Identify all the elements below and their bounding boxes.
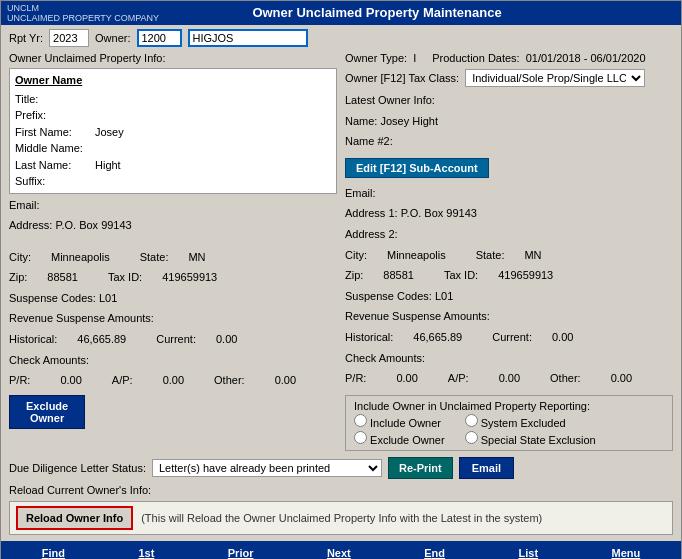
rpt-yr-input[interactable] — [49, 29, 89, 47]
owner-id-input[interactable] — [137, 29, 182, 47]
system-excluded-radio[interactable] — [465, 414, 478, 427]
reprint-button[interactable]: Re-Print — [388, 457, 453, 479]
left-other-label: Other: — [214, 372, 245, 390]
right-panel: Owner Type: I Production Dates: 01/01/20… — [345, 52, 673, 451]
system-excluded-radio-label[interactable]: System Excluded — [465, 414, 596, 429]
rpt-yr-label: Rpt Yr: — [9, 32, 43, 44]
left-taxid-value: 419659913 — [162, 269, 217, 287]
reload-owner-info-button[interactable]: Reload Owner Info — [16, 506, 133, 530]
due-diligence-row: Due Diligence Letter Status: Letter(s) h… — [9, 457, 673, 479]
first-button[interactable]: 1st — [122, 543, 170, 559]
owner-label: Owner: — [95, 32, 130, 44]
list-button[interactable]: List — [502, 543, 554, 559]
owner-name-input[interactable] — [188, 29, 308, 47]
special-state-radio-label[interactable]: Special State Exclusion — [465, 431, 596, 446]
left-pr-value: 0.00 — [60, 372, 81, 390]
left-hist-value: 46,665.89 — [77, 331, 126, 349]
tax-class-select[interactable]: Individual/Sole Prop/Single LLC — [465, 69, 645, 87]
exclude-owner-wrap: Exclude Owner — [9, 395, 337, 429]
left-ap-value: 0.00 — [163, 372, 184, 390]
right-name2-row: Name #2: — [345, 133, 673, 151]
left-pr-label: P/R: — [9, 372, 30, 390]
reporting-box: Include Owner in Unclaimed Property Repo… — [345, 395, 673, 451]
reporting-radios-row: Include Owner Exclude Owner System Exclu… — [354, 414, 664, 446]
right-pr-value: 0.00 — [396, 370, 417, 388]
right-address2-row: Address 2: — [345, 226, 673, 244]
left-check-row: P/R: 0.00 A/P: 0.00 Other: 0.00 — [9, 372, 337, 390]
middle-name-row: Middle Name: — [15, 140, 331, 157]
left-ap-label: A/P: — [112, 372, 133, 390]
header-row: Rpt Yr: Owner: — [9, 29, 673, 47]
left-email-row: Email: — [9, 197, 337, 215]
left-zip-value: 88581 — [47, 269, 78, 287]
right-other-value: 0.00 — [611, 370, 632, 388]
right-address1-value: P.O. Box 99143 — [401, 207, 477, 219]
include-owner-radio-label[interactable]: Include Owner — [354, 414, 445, 429]
next-button[interactable]: Next — [311, 543, 367, 559]
left-city-value: Minneapolis — [51, 249, 110, 267]
due-diligence-label: Due Diligence Letter Status: — [9, 462, 146, 474]
page-title: Owner Unclaimed Property Maintenance — [159, 3, 595, 22]
suffix-row: Suffix: — [15, 173, 331, 190]
left-city-label: City: — [9, 249, 31, 267]
right-state-value: MN — [524, 247, 541, 265]
reload-section-label: Reload Current Owner's Info: — [9, 484, 673, 496]
left-hist-current-row: Historical: 46,665.89 Current: 0.00 — [9, 331, 337, 349]
include-owner-radio[interactable] — [354, 414, 367, 427]
left-suspense-label: Suspense Codes: — [9, 292, 96, 304]
find-button[interactable]: Find — [26, 543, 81, 559]
right-email-label: Email: — [345, 187, 376, 199]
left-state-label: State: — [140, 249, 169, 267]
left-zip-label: Zip: — [9, 269, 27, 287]
prior-button[interactable]: Prior — [212, 543, 270, 559]
right-check-row: P/R: 0.00 A/P: 0.00 Other: 0.00 — [345, 370, 673, 388]
right-current-value: 0.00 — [552, 329, 573, 347]
first-name-value: Josey — [95, 124, 124, 141]
prefix-label: Prefix: — [15, 107, 95, 124]
right-suspense-row: Suspense Codes: L01 — [345, 288, 673, 306]
reload-description: (This will Reload the Owner Unclaimed Pr… — [141, 512, 542, 524]
left-state-value: MN — [188, 249, 205, 267]
left-address-label: Address: — [9, 219, 52, 231]
left-panel: Owner Unclaimed Property Info: Owner Nam… — [9, 52, 337, 451]
left-suspense-row: Suspense Codes: L01 — [9, 290, 337, 308]
exclude-owner-radio-label[interactable]: Exclude Owner — [354, 431, 445, 446]
left-other-value: 0.00 — [275, 372, 296, 390]
prod-dates-value: 01/01/2018 - 06/01/2020 — [526, 52, 646, 64]
end-button[interactable]: End — [408, 543, 461, 559]
right-taxid-label: Tax ID: — [444, 267, 478, 285]
main-panels: Owner Unclaimed Property Info: Owner Nam… — [9, 52, 673, 451]
right-zip-taxid-row: Zip: 88581 Tax ID: 419659913 — [345, 267, 673, 285]
last-name-row: Last Name: Hight — [15, 157, 331, 174]
due-diligence-select[interactable]: Letter(s) have already been printed — [152, 459, 382, 477]
bottom-toolbar: Find 1st Prior Next End List Menu — [1, 541, 681, 559]
owner-name-header: Owner Name — [15, 72, 331, 89]
special-state-radio[interactable] — [465, 431, 478, 444]
first-name-label: First Name: — [15, 124, 95, 141]
left-taxid-label: Tax ID: — [108, 269, 142, 287]
right-address1-row: Address 1: P.O. Box 99143 — [345, 205, 673, 223]
right-name-row: Name: Josey Hight — [345, 113, 673, 131]
right-other-label: Other: — [550, 370, 581, 388]
content-area: Rpt Yr: Owner: Owner Unclaimed Property … — [1, 25, 681, 539]
prod-dates-label: Production Dates: — [432, 52, 519, 64]
edit-subaccount-button[interactable]: Edit [F12] Sub-Account — [345, 158, 489, 178]
email-button[interactable]: Email — [459, 457, 514, 479]
right-pr-label: P/R: — [345, 370, 366, 388]
right-name2-label: Name #2: — [345, 135, 393, 147]
right-ap-label: A/P: — [448, 370, 469, 388]
right-hist-value: 46,665.89 — [413, 329, 462, 347]
right-name-label: Name: — [345, 115, 377, 127]
reload-section: Reload Owner Info (This will Reload the … — [9, 501, 673, 535]
exclude-owner-button[interactable]: Exclude Owner — [9, 395, 85, 429]
company-name: UNCLAIMED PROPERTY COMPANY — [7, 13, 159, 23]
left-suspense-value: L01 — [99, 292, 117, 304]
title-bar: UNCLM UNCLAIMED PROPERTY COMPANY Owner U… — [1, 1, 681, 25]
exclude-owner-radio[interactable] — [354, 431, 367, 444]
owner-name-box: Owner Name Title: Prefix: First Name: Jo… — [9, 68, 337, 194]
middle-name-label: Middle Name: — [15, 140, 95, 157]
menu-button[interactable]: Menu — [596, 543, 657, 559]
right-hist-current-row: Historical: 46,665.89 Current: 0.00 — [345, 329, 673, 347]
left-check-label: Check Amounts: — [9, 352, 337, 370]
latest-owner-label: Latest Owner Info: — [345, 92, 673, 110]
